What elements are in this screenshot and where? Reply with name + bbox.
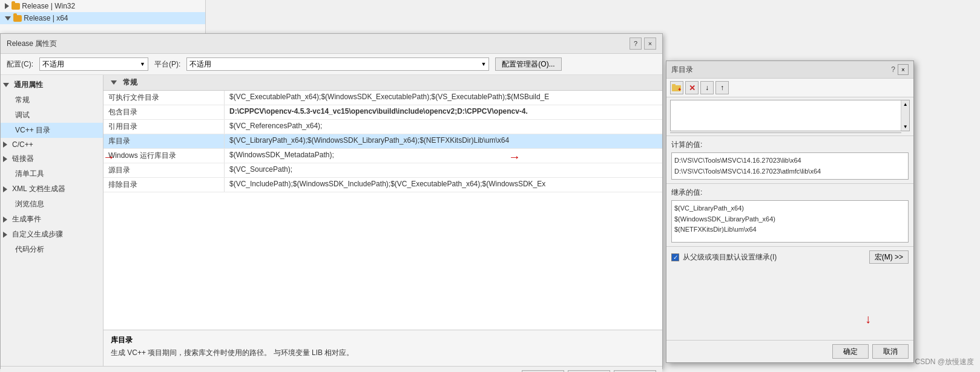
prop-row-executable[interactable]: 可执行文件目录 $(VC_ExecutablePath_x64);$(Windo… [104, 91, 662, 105]
computed-section: 计算的值: D:\VS\VC\Tools\MSVC\14.16.27023\li… [666, 136, 913, 184]
check-icon: ✓ [673, 254, 678, 261]
section-header: 常规 [104, 75, 662, 91]
sidebar-item-cpp[interactable]: C/C++ [1, 138, 103, 151]
filetree-item-win32[interactable]: Release | Win32 [0, 0, 205, 12]
lib-edit-input[interactable] [671, 100, 901, 131]
expand-icon [3, 232, 7, 238]
lib-edit-area: ▲ ▼ [666, 97, 913, 136]
config-arrow: ▼ [140, 61, 145, 67]
svg-text:+: + [678, 86, 681, 92]
move-up-button[interactable]: ↑ [715, 81, 729, 94]
sidebar-item-debug[interactable]: 调试 [1, 108, 103, 123]
config-select[interactable]: 不适用 ▼ [39, 57, 148, 71]
arrow-right-1: → [103, 150, 115, 164]
prop-value: $(VC_LibraryPath_x64);$(WindowsSDK_Libra… [225, 134, 662, 148]
folder-icon [13, 15, 22, 22]
computed-values: D:\VS\VC\Tools\MSVC\14.16.27023\lib\x64 … [671, 152, 909, 180]
section-header-label: 常规 [123, 77, 137, 88]
prop-row-include[interactable]: 包含目录 D:\CPPCV\opencv-4.5.3-vc14_vc15\ope… [104, 105, 662, 120]
folder-add-button[interactable]: + [670, 81, 683, 94]
sidebar-item-vcdirs[interactable]: VC++ 目录 [1, 123, 103, 138]
lib-dialog-titlebar: 库目录 ? × [666, 61, 913, 79]
computed-value-2: D:\VS\VC\Tools\MSVC\14.16.27023\atlmfc\l… [674, 166, 906, 177]
arrow-down-ok: ↓ [865, 312, 871, 326]
inherited-value-2: $(WindowsSDK_LibraryPath_x64) [674, 214, 906, 225]
platform-select[interactable]: 不适用 ▼ [186, 57, 489, 71]
properties-table: 可执行文件目录 $(VC_ExecutablePath_x64);$(Windo… [104, 91, 662, 330]
expand-icon [3, 186, 7, 192]
expand-icon [5, 3, 9, 9]
computed-label: 计算的值: [671, 140, 909, 150]
desc-title: 库目录 [111, 335, 655, 345]
inherit-checkbox-label: 从父级或项目默认设置继承(I) [683, 252, 777, 263]
prop-row-library[interactable]: 库目录 $(VC_LibraryPath_x64);$(WindowsSDK_L… [104, 134, 662, 149]
inherited-values: $(VC_LibraryPath_x64) $(WindowsSDK_Libra… [671, 200, 909, 243]
prop-value: $(WindowsSDK_MetadataPath); [225, 149, 662, 163]
inherit-checkbox[interactable]: ✓ [671, 253, 679, 261]
desc-text: 生成 VC++ 项目期间，搜索库文件时使用的路径。 与环境变量 LIB 相对应。 [111, 348, 655, 358]
inherit-checkbox-row: ✓ 从父级或项目默认设置继承(I) 宏(M) >> [666, 247, 913, 267]
lib-dialog-buttons: 确定 取消 [666, 340, 913, 362]
config-manager-button[interactable]: 配置管理器(O)... [495, 57, 561, 71]
prop-name: 源目录 [104, 163, 225, 177]
dialog-buttons: 确定 取消 应用(A) [1, 366, 662, 372]
filetree-label: Release | Win32 [22, 2, 75, 10]
prop-name: Windows 运行库目录 [104, 149, 225, 163]
close-btn[interactable]: × [898, 64, 909, 75]
lib-titlebar-btns: ? × [891, 64, 909, 75]
dialog-titlebar: Release 属性页 ? × [1, 34, 662, 54]
lib-dialog-title: 库目录 [671, 65, 693, 75]
delete-button[interactable]: ✕ [685, 81, 699, 94]
titlebar-buttons: ? × [630, 38, 656, 50]
sidebar-item-customstep[interactable]: 自定义生成步骤 [1, 227, 103, 242]
inherited-value-1: $(VC_LibraryPath_x64) [674, 203, 906, 214]
sidebar-item-codeanalysis[interactable]: 代码分析 [1, 242, 103, 257]
computed-value-1: D:\VS\VC\Tools\MSVC\14.16.27023\lib\x64 [674, 155, 906, 166]
config-label: 配置(C): [7, 59, 33, 70]
lib-dialog: 库目录 ? × + ↓ ✕ ↓ ↑ ▲ ▼ [666, 60, 914, 363]
prop-row-winruntime[interactable]: Windows 运行库目录 $(WindowsSDK_MetadataPath)… [104, 149, 662, 163]
sidebar-item-linker[interactable]: 链接器 [1, 151, 103, 166]
prop-row-reference[interactable]: 引用目录 $(VC_ReferencesPath_x64); [104, 120, 662, 134]
sidebar-item-buildevents[interactable]: 生成事件 [1, 212, 103, 227]
macro-button[interactable]: 宏(M) >> [869, 250, 909, 264]
svg-rect-1 [672, 84, 676, 86]
section-expand-icon [111, 80, 117, 85]
move-down-button[interactable]: ↓ [700, 81, 714, 94]
prop-row-exclude[interactable]: 排除目录 $(VC_IncludePath);$(WindowsSDK_Incl… [104, 178, 662, 192]
prop-value: $(VC_ExecutablePath_x64);$(WindowsSDK_Ex… [225, 91, 662, 105]
platform-arrow: ▼ [481, 61, 486, 67]
lib-ok-button[interactable]: 确定 [832, 344, 869, 359]
dialog-body: 通用属性 常规 调试 VC++ 目录 C/C++ 链接器 清单工具 XML 文档… [1, 75, 662, 366]
inherited-section: 继承的值: $(VC_LibraryPath_x64) $(WindowsSDK… [666, 184, 913, 247]
close-button[interactable]: × [644, 38, 656, 50]
config-row: 配置(C): 不适用 ▼ 平台(P): 不适用 ▼ 配置管理器(O)... [1, 54, 662, 75]
sidebar-item-xml[interactable]: XML 文档生成器 [1, 181, 103, 197]
platform-value: 不适用 [189, 59, 211, 70]
prop-value: $(VC_IncludePath);$(WindowsSDK_IncludePa… [225, 178, 662, 192]
inherited-value-3: $(NETFXKitsDir)Lib\um\x64 [674, 224, 906, 235]
sidebar: 通用属性 常规 调试 VC++ 目录 C/C++ 链接器 清单工具 XML 文档… [1, 75, 104, 366]
content-area: 常规 可执行文件目录 $(VC_ExecutablePath_x64);$(Wi… [104, 75, 662, 366]
prop-row-source[interactable]: 源目录 $(VC_SourcePath); [104, 163, 662, 178]
filetree-label: Release | x64 [24, 14, 68, 22]
watermark: CSDN @放慢速度 [915, 357, 974, 367]
expand-icon [3, 83, 9, 87]
prop-name: 包含目录 [104, 105, 225, 119]
arrow-right-2: → [508, 150, 521, 164]
sidebar-item-manifest[interactable]: 清单工具 [1, 166, 103, 181]
help-btn[interactable]: ? [891, 65, 895, 74]
sidebar-item-normal[interactable]: 常规 [1, 93, 103, 108]
filetree-item-x64[interactable]: Release | x64 [0, 12, 205, 24]
sidebar-item-browse[interactable]: 浏览信息 [1, 197, 103, 212]
prop-name: 引用目录 [104, 120, 225, 134]
prop-name: 库目录 [104, 134, 225, 148]
sidebar-group-general[interactable]: 通用属性 [1, 77, 103, 93]
dialog-title: Release 属性页 [7, 39, 57, 49]
help-button[interactable]: ? [630, 38, 642, 50]
inherited-label: 继承的值: [671, 188, 909, 198]
expand-icon [5, 16, 11, 21]
scrollbar[interactable]: ▲ ▼ [901, 100, 909, 131]
lib-cancel-button[interactable]: 取消 [872, 344, 909, 359]
expand-icon [3, 142, 7, 148]
